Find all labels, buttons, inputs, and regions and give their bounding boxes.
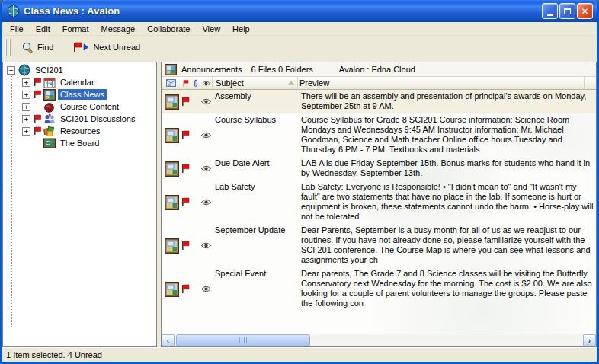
bulletin-icon [162, 224, 181, 267]
tree-item-class-news[interactable]: + Class News [3, 88, 156, 101]
unread-flag-icon [34, 78, 43, 87]
find-label: Find [37, 43, 53, 52]
message-rows: Assembly There will be an assembly and p… [162, 90, 596, 334]
maximize-button[interactable] [559, 3, 575, 19]
expand-icon[interactable]: + [22, 115, 30, 123]
expand-icon[interactable]: + [22, 103, 30, 111]
conference-title: Announcements [181, 65, 242, 74]
message-subject: Course Syllabus [213, 113, 298, 157]
tree-label-resources[interactable]: Resources [58, 126, 103, 136]
scroll-left-button[interactable]: ‹ [162, 334, 175, 346]
column-preview[interactable]: Preview [298, 77, 584, 89]
title-bar[interactable]: Class News : Avalon ✕ [2, 0, 597, 22]
unread-flag-icon [34, 114, 43, 123]
discussions-icon [43, 113, 56, 125]
viewed-eye-icon [200, 157, 213, 180]
column-subject[interactable]: Subject [213, 77, 298, 89]
unread-flag-icon [181, 90, 191, 113]
tree-item-resources[interactable]: + Resources [3, 125, 156, 137]
globe-icon [7, 5, 20, 18]
expand-icon[interactable]: + [22, 91, 30, 99]
sort-ascending-icon [287, 81, 295, 85]
horizontal-scrollbar[interactable]: ‹ › [162, 334, 596, 346]
tree-item-sci201-discussions[interactable]: + SCI201 Discussions [3, 113, 156, 125]
tree-label-course-content[interactable]: Course Content [58, 101, 121, 112]
message-row-course-syllabus[interactable]: Course Syllabus Course Syllabus for Grad… [162, 113, 596, 157]
message-preview: There will be an assembly and presentati… [298, 90, 596, 113]
tree-label-the-board[interactable]: The Board [58, 138, 101, 148]
menu-format[interactable]: Format [56, 23, 95, 35]
expand-icon[interactable]: + [22, 78, 30, 87]
tree-label-calendar[interactable]: Calendar [58, 77, 97, 88]
maximize-icon [564, 8, 571, 14]
conference-globe-icon [18, 64, 31, 76]
viewed-eye-icon [200, 180, 213, 224]
flag-icon [183, 79, 189, 88]
unread-flag-icon [181, 113, 191, 157]
preview-header-label: Preview [300, 78, 329, 88]
status-bar: 1 Item selected. 4 Unread [2, 347, 597, 362]
message-row-assembly[interactable]: Assembly There will be an assembly and p… [162, 90, 596, 113]
collapse-icon[interactable]: − [7, 66, 15, 75]
course-content-icon [43, 101, 56, 113]
menu-bar: File Edit Format Message Collaborate Vie… [2, 22, 597, 36]
attachment-cell [191, 267, 200, 311]
scroll-right-button[interactable]: › [583, 334, 596, 346]
tree-item-sci201[interactable]: − SCI201 [3, 64, 156, 76]
message-row-due-date-alert[interactable]: Due Date Alert LAB A is due Friday Septe… [162, 157, 596, 180]
menu-help[interactable]: Help [226, 23, 256, 35]
viewed-eye-icon [200, 113, 213, 157]
resources-icon [43, 126, 56, 137]
column-item-type[interactable] [162, 77, 181, 89]
toolbar-grip[interactable] [5, 39, 11, 56]
message-row-lab-safety[interactable]: Lab Safety Lab Safety: Everyone is Respo… [162, 180, 596, 224]
menu-edit[interactable]: Edit [30, 23, 56, 35]
unread-flag-icon [181, 224, 191, 267]
main-content: − SCI201 + Calendar + Cla [2, 59, 597, 347]
column-attachment[interactable] [191, 77, 200, 89]
viewed-eye-icon [200, 224, 213, 267]
minimize-button[interactable] [542, 3, 558, 19]
tree-label-sci201[interactable]: SCI201 [33, 65, 66, 75]
close-icon: ✕ [581, 7, 588, 16]
tree-item-calendar[interactable]: + Calendar [3, 76, 156, 88]
tree-item-the-board[interactable]: The Board [3, 137, 156, 149]
bulletin-icon [162, 267, 181, 311]
next-unread-button[interactable]: Next Unread [70, 40, 146, 55]
unread-flag-icon [34, 126, 43, 136]
find-button[interactable]: Find [18, 39, 59, 56]
tree-label-sci201-discussions[interactable]: SCI201 Discussions [58, 113, 137, 124]
bulletin-icon [162, 180, 181, 224]
menu-file[interactable]: File [4, 23, 30, 35]
column-viewed[interactable] [200, 77, 213, 89]
no-flag [34, 139, 43, 148]
message-subject: Assembly [213, 90, 298, 113]
announcements-icon [165, 64, 177, 75]
attachment-cell [191, 157, 200, 180]
attachment-cell [191, 224, 200, 267]
eye-icon [202, 80, 210, 87]
tree-item-course-content[interactable]: + Course Content [3, 101, 156, 113]
folder-tree: − SCI201 + Calendar + Cla [2, 62, 157, 347]
magnifier-icon [21, 41, 34, 54]
expand-icon[interactable]: + [22, 127, 30, 136]
conference-summary-bar: Announcements 6 Files 0 Folders Avalon :… [162, 62, 596, 77]
menu-collaborate[interactable]: Collaborate [141, 23, 196, 35]
minimize-icon [547, 14, 553, 16]
status-text: 1 Item selected. 4 Unread [6, 350, 102, 359]
next-unread-label: Next Unread [93, 43, 140, 52]
message-row-september-update[interactable]: September Update Dear Parents, September… [162, 224, 596, 267]
message-row-special-event[interactable]: Special Event Dear parents, The Grade 7 … [162, 267, 596, 311]
menu-view[interactable]: View [196, 23, 226, 35]
column-flag[interactable] [181, 77, 191, 89]
viewed-eye-icon [200, 267, 213, 311]
unread-flag-icon [181, 180, 191, 224]
tree-label-class-news[interactable]: Class News [58, 89, 107, 100]
scrollbar-thumb[interactable] [176, 334, 310, 346]
menu-message[interactable]: Message [95, 23, 142, 35]
column-header-stub [584, 77, 596, 89]
close-button[interactable]: ✕ [577, 3, 593, 19]
file-folder-counts: 6 Files 0 Folders [251, 65, 313, 74]
message-preview: Dear parents, The Grade 7 and 8 Science … [298, 267, 596, 311]
server-user-label: Avalon : Edna Cloud [339, 65, 415, 74]
